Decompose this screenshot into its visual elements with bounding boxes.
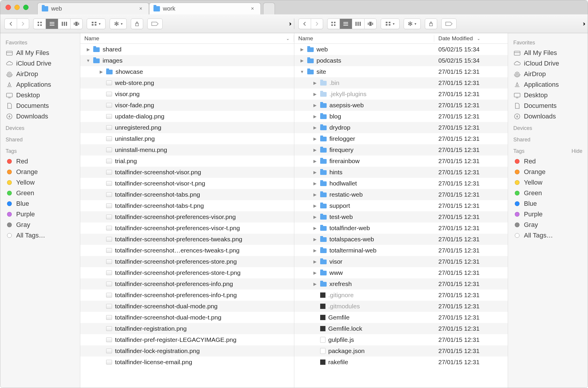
icon-view-button-right[interactable] — [327, 19, 340, 29]
sidebar-item-applications[interactable]: Applications — [0, 79, 80, 90]
tags-button[interactable] — [147, 19, 163, 29]
sidebar-tag-yellow[interactable]: Yellow — [0, 177, 80, 188]
sidebar-item-icloud drive[interactable]: iCloud Drive — [508, 58, 588, 69]
sidebar-tag-gray[interactable]: Gray — [0, 220, 80, 230]
column-name[interactable]: Name⌄ — [80, 35, 294, 42]
tab-work[interactable]: work × — [149, 3, 261, 14]
list-item[interactable]: totalfinder-screenshot-preferences-info-… — [80, 290, 294, 301]
disclosure-triangle-icon[interactable]: ▶ — [313, 282, 317, 286]
sidebar-tag-green[interactable]: Green — [0, 188, 80, 198]
sidebar-tag-red[interactable]: Red — [508, 156, 588, 167]
list-item[interactable]: unregistered.png — [80, 122, 294, 133]
list-item[interactable]: ▶ visor 27/01/15 12:31 — [294, 256, 508, 267]
disclosure-triangle-icon[interactable]: ▶ — [313, 192, 317, 197]
list-item[interactable]: ▶ blog 27/01/15 12:31 — [294, 111, 508, 122]
arrange-button[interactable]: ▾ — [87, 19, 106, 29]
list-item[interactable]: totalfinder-screenshot-preferences-tweak… — [80, 234, 294, 245]
disclosure-triangle-icon[interactable]: ▶ — [313, 226, 317, 230]
column-view-button[interactable] — [58, 19, 70, 29]
list-item[interactable]: totalfinder-lock-registration.png — [80, 345, 294, 357]
list-item[interactable]: totalfinder-screenshot-visor.png — [80, 167, 294, 178]
list-item[interactable]: ▶ .bin 27/01/15 12:31 — [294, 77, 508, 88]
list-item[interactable]: totalfinder-screenshot…erences-tweaks-t.… — [80, 245, 294, 256]
sidebar-item-all my files[interactable]: All My Files — [508, 48, 588, 58]
list-item[interactable]: visor.png — [80, 88, 294, 100]
sidebar-tag-gray[interactable]: Gray — [508, 220, 588, 230]
sidebar-item-applications[interactable]: Applications — [508, 79, 588, 90]
list-item[interactable]: ▶ xrefresh 27/01/15 12:31 — [294, 278, 508, 290]
minimize-window-button[interactable] — [14, 5, 20, 10]
list-item[interactable]: ▶ test-web 27/01/15 12:31 — [294, 211, 508, 223]
list-item[interactable]: web-store.png — [80, 77, 294, 88]
coverflow-view-button-right[interactable] — [364, 19, 377, 29]
list-item[interactable]: totalfinder-screenshot-visor-t.png — [80, 178, 294, 189]
share-button-right[interactable] — [425, 19, 437, 29]
list-item[interactable]: ▶ shared — [80, 44, 294, 55]
list-item[interactable]: ▶ hints 27/01/15 12:31 — [294, 167, 508, 178]
sidebar-item-desktop[interactable]: Desktop — [508, 90, 588, 101]
disclosure-triangle-icon[interactable]: ▶ — [313, 259, 317, 264]
list-item[interactable]: .gitignore 27/01/15 12:31 — [294, 290, 508, 301]
list-item[interactable]: totalfinder-screenshot-preferences-visor… — [80, 223, 294, 234]
zoom-window-button[interactable] — [23, 5, 29, 10]
sidebar-item-all my files[interactable]: All My Files — [0, 48, 80, 58]
list-item[interactable]: ▶ firelogger 27/01/15 12:31 — [294, 133, 508, 144]
sidebar-tag-all tags…[interactable]: All Tags… — [0, 230, 80, 241]
sidebar-item-icloud drive[interactable]: iCloud Drive — [0, 58, 80, 69]
forward-button[interactable] — [17, 19, 29, 29]
disclosure-triangle-icon[interactable]: ▶ — [300, 47, 304, 52]
disclosure-triangle-icon[interactable]: ▶ — [86, 47, 90, 52]
sidebar-tag-purple[interactable]: Purple — [508, 209, 588, 220]
list-item[interactable]: ▶ firequery 27/01/15 12:31 — [294, 144, 508, 155]
disclosure-triangle-icon[interactable]: ▶ — [300, 58, 304, 63]
action-button-right[interactable]: ✻▾ — [404, 19, 421, 29]
list-item[interactable]: Gemfile.lock 27/01/15 12:31 — [294, 323, 508, 334]
toolbar-overflow-icon-right[interactable]: ›› — [583, 20, 584, 28]
sidebar-tag-red[interactable]: Red — [0, 156, 80, 167]
close-tab-icon[interactable]: × — [139, 6, 142, 12]
arrange-button-right[interactable]: ▾ — [381, 19, 400, 29]
disclosure-triangle-icon[interactable]: ▶ — [99, 69, 103, 74]
close-tab-icon[interactable]: × — [251, 6, 254, 12]
list-item[interactable]: ▶ www 27/01/15 12:31 — [294, 267, 508, 278]
list-item[interactable]: .gitmodules 27/01/15 12:31 — [294, 301, 508, 312]
list-view-button-right[interactable] — [340, 19, 352, 29]
list-item[interactable]: ▼ images — [80, 55, 294, 66]
list-item[interactable]: totalfinder-screenshot-dual-mode.png — [80, 301, 294, 312]
share-button[interactable] — [131, 19, 143, 29]
disclosure-triangle-icon[interactable]: ▶ — [313, 136, 317, 141]
list-item[interactable]: uninstall-menu.png — [80, 144, 294, 155]
hide-tags-button[interactable]: Hide — [572, 148, 582, 154]
list-item[interactable]: ▶ showcase — [80, 66, 294, 77]
list-item[interactable]: ▶ totalspaces-web 27/01/15 12:31 — [294, 234, 508, 245]
back-button[interactable] — [4, 19, 17, 29]
list-item[interactable]: visor-fade.png — [80, 100, 294, 111]
list-item[interactable]: ▶ support 27/01/15 12:31 — [294, 200, 508, 211]
list-item[interactable]: ▶ restatic-web 27/01/15 12:31 — [294, 189, 508, 200]
list-item[interactable]: ▶ asepsis-web 27/01/15 12:31 — [294, 100, 508, 111]
sidebar-tag-blue[interactable]: Blue — [508, 198, 588, 209]
disclosure-triangle-icon[interactable]: ▶ — [313, 170, 317, 175]
list-item[interactable]: totalfinder-screenshot-preferences-visor… — [80, 211, 294, 223]
list-item[interactable]: totalfinder-screenshot-dual-mode-t.png — [80, 312, 294, 323]
sidebar-item-downloads[interactable]: Downloads — [508, 111, 588, 122]
disclosure-triangle-icon[interactable]: ▶ — [313, 203, 317, 208]
sidebar-item-documents[interactable]: Documents — [0, 101, 80, 111]
list-item[interactable]: package.json 27/01/15 12:31 — [294, 345, 508, 357]
disclosure-triangle-icon[interactable]: ▶ — [313, 92, 317, 96]
list-item[interactable]: rakefile 27/01/15 12:31 — [294, 357, 508, 368]
disclosure-triangle-icon[interactable]: ▶ — [313, 237, 317, 242]
forward-button-right[interactable] — [311, 19, 323, 29]
disclosure-triangle-icon[interactable]: ▶ — [313, 181, 317, 186]
tags-button-right[interactable] — [441, 19, 457, 29]
column-name-right[interactable]: Name — [294, 35, 435, 42]
tab-web[interactable]: web × — [37, 3, 149, 14]
list-item[interactable]: totalfinder-registration.png — [80, 323, 294, 334]
list-item[interactable]: ▼ site 27/01/15 12:31 — [294, 66, 508, 77]
column-date-right[interactable]: Date Modified⌄ — [434, 35, 508, 42]
list-item[interactable]: ▶ firerainbow 27/01/15 12:31 — [294, 155, 508, 167]
action-button[interactable]: ✻▾ — [110, 19, 127, 29]
list-item[interactable]: totalfinder-pref-register-LEGACYIMAGE.pn… — [80, 334, 294, 345]
list-item[interactable]: Gemfile 27/01/15 12:31 — [294, 312, 508, 323]
list-view-button[interactable] — [46, 19, 58, 29]
